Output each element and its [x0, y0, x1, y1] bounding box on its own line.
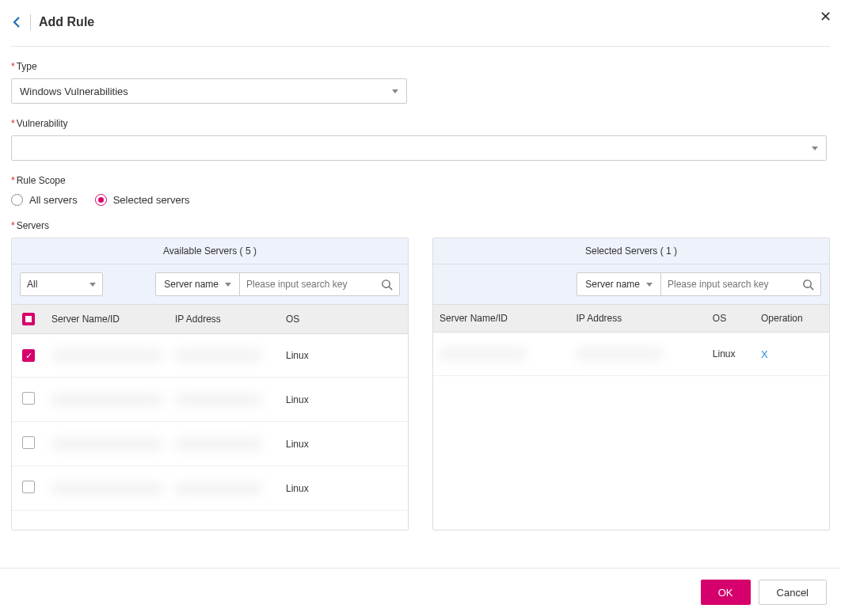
vulnerability-select[interactable] — [11, 135, 827, 161]
chevron-down-icon — [646, 283, 653, 287]
available-servers-table: Server Name/ID IP Address OS ✓ Linux Lin… — [12, 305, 408, 511]
select-all-checkbox[interactable] — [22, 313, 35, 325]
os-cell: Linux — [280, 422, 408, 466]
row-checkbox[interactable] — [22, 392, 35, 405]
selected-search-input[interactable] — [661, 273, 796, 295]
servers-label: *Servers — [11, 220, 830, 231]
chevron-down-icon — [812, 146, 818, 150]
col-operation: Operation — [755, 305, 829, 333]
available-filter-select[interactable]: All — [20, 272, 103, 296]
chevron-down-icon — [225, 283, 231, 287]
selected-search: Server name — [577, 272, 821, 296]
ip-cell — [175, 481, 262, 496]
vulnerability-label: *Vulnerability — [11, 118, 830, 129]
radio-all-servers[interactable]: All servers — [11, 194, 78, 206]
available-search-mode-select[interactable]: Server name — [156, 273, 240, 295]
col-ip: IP Address — [569, 305, 706, 333]
footer: OK Cancel — [0, 568, 841, 616]
radio-label: Selected servers — [113, 194, 190, 206]
col-server-name: Server Name/ID — [433, 305, 569, 333]
available-search: Server name — [155, 272, 400, 296]
row-checkbox[interactable] — [22, 481, 35, 493]
radio-selected-servers[interactable]: Selected servers — [95, 194, 190, 206]
server-name-cell — [51, 481, 162, 496]
selected-search-mode-select[interactable]: Server name — [577, 273, 661, 295]
type-select[interactable]: Windows Vulnerabilities — [11, 78, 407, 104]
available-servers-panel: Available Servers ( 5 ) All Server name — [11, 238, 409, 530]
col-os: OS — [280, 305, 408, 334]
close-icon[interactable]: ✕ — [816, 6, 835, 27]
row-checkbox[interactable] — [22, 436, 35, 449]
search-icon[interactable] — [375, 279, 399, 291]
row-checkbox[interactable]: ✓ — [22, 349, 35, 362]
ok-button[interactable]: OK — [701, 580, 751, 605]
chevron-down-icon — [89, 283, 96, 287]
selected-servers-table: Server Name/ID IP Address OS Operation L… — [433, 305, 829, 376]
page-header: Add Rule — [11, 14, 830, 47]
svg-line-3 — [810, 287, 813, 290]
server-name-cell — [51, 348, 162, 363]
os-cell: Linux — [280, 334, 408, 378]
table-row: ✓ Linux — [12, 334, 408, 378]
svg-point-2 — [804, 279, 811, 287]
cancel-button[interactable]: Cancel — [759, 580, 827, 605]
server-name-cell — [51, 437, 162, 451]
ip-cell — [576, 347, 663, 361]
available-panel-title: Available Servers ( 5 ) — [12, 238, 408, 264]
back-icon[interactable] — [11, 17, 22, 28]
table-row: Linux — [12, 422, 408, 466]
type-select-value: Windows Vulnerabilities — [20, 86, 128, 97]
os-cell: Linux — [706, 333, 755, 376]
os-cell: Linux — [280, 378, 408, 422]
selected-panel-title: Selected Servers ( 1 ) — [433, 238, 829, 264]
svg-point-0 — [382, 279, 390, 287]
table-row: Linux — [12, 378, 408, 422]
ip-cell — [175, 437, 262, 451]
remove-button[interactable]: X — [761, 348, 768, 360]
chevron-down-icon — [392, 89, 398, 93]
type-label: *Type — [11, 61, 830, 72]
svg-line-1 — [389, 287, 392, 290]
table-row: Linux X — [433, 333, 829, 376]
table-row: Linux — [12, 466, 408, 511]
selected-servers-panel: Selected Servers ( 1 ) Server name — [432, 238, 830, 530]
col-ip: IP Address — [169, 305, 280, 334]
col-server-name: Server Name/ID — [45, 305, 169, 334]
server-name-cell — [440, 347, 527, 361]
rule-scope-label: *Rule Scope — [11, 175, 830, 186]
page-title: Add Rule — [39, 15, 94, 29]
os-cell: Linux — [280, 466, 408, 511]
col-os: OS — [706, 305, 755, 333]
header-divider — [30, 14, 31, 30]
available-search-input[interactable] — [240, 273, 375, 295]
search-icon[interactable] — [796, 279, 820, 291]
server-name-cell — [51, 393, 162, 407]
ip-cell — [175, 393, 262, 407]
radio-label: All servers — [29, 194, 78, 206]
ip-cell — [175, 348, 262, 363]
